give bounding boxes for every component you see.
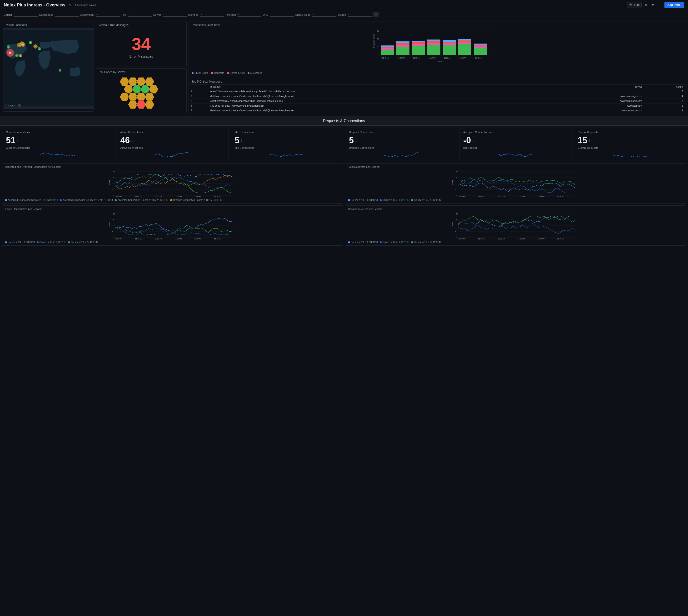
row-message: database connection error: Can't connect… — [209, 108, 546, 113]
svg-text:11:40 AM: 11:40 AM — [557, 196, 564, 198]
stat-sparkline — [463, 151, 567, 158]
clock-icon: ⏱ — [629, 3, 632, 7]
svg-text:11:40 AM: 11:40 AM — [214, 196, 221, 198]
legend-item: Source = 10.211.11:9113 — [380, 241, 409, 243]
down-arrow-icon: ↓ — [588, 138, 590, 143]
svg-text:2: 2 — [20, 55, 21, 57]
add-filter-button[interactable]: + — [373, 12, 379, 17]
filter-icon[interactable]: ▼ — [650, 2, 655, 8]
svg-rect-65 — [443, 42, 456, 43]
row-message: database connection error: Can't connect… — [209, 94, 546, 99]
method-input[interactable] — [238, 13, 261, 17]
legend-item: Source = 10.156.98:9113 — [348, 241, 378, 243]
url-input[interactable] — [270, 13, 294, 17]
legend-label: Source = 10.5.22.12:9113 — [414, 241, 442, 243]
svg-text:5: 5 — [113, 177, 114, 178]
source-filter: Source — [338, 12, 372, 17]
critical-errors-panel: Critical Error Messages 34 Error Message… — [96, 21, 187, 66]
stat-value: -0↓ — [463, 135, 567, 146]
svg-rect-61 — [427, 41, 440, 43]
edit-icon[interactable]: ✎ — [68, 2, 72, 8]
table-row: 5 database connection error: Can't conne… — [189, 108, 685, 113]
chart-panel: Sessions Reuses per Second 10 5 0 -5 -10… — [345, 205, 686, 246]
stat-title: Dropped Connections — [349, 131, 453, 134]
svg-text:11:30 AM: 11:30 AM — [194, 196, 202, 198]
status-code-input[interactable] — [312, 13, 336, 17]
svg-rect-55 — [412, 46, 425, 55]
add-panel-button[interactable]: Add Panel — [664, 2, 684, 8]
svg-text:11:20 AM: 11:20 AM — [175, 196, 182, 198]
cluster-filter: Cluster — [4, 12, 38, 17]
stat-sublabel: Active Connections — [120, 146, 224, 149]
chart-legend: Source = 10.156.98:9113 Source = 10.211.… — [348, 241, 683, 243]
svg-text:Count: Count — [109, 180, 110, 185]
stat-value: 51↓ — [6, 135, 110, 146]
visitor-locations-title: Visitor Locations — [3, 21, 93, 28]
svg-rect-67 — [458, 44, 471, 55]
svg-text:11:10 AM: 11:10 AM — [155, 196, 162, 198]
visitor-locations-panel: Visitor Locations 85 — [3, 21, 94, 112]
legend-dot-redirects — [211, 72, 213, 74]
legend-redirects: Redirects — [211, 72, 224, 74]
responses-svg: 60 40 20 0 Requests Count — [191, 29, 683, 67]
deployment-input[interactable] — [96, 13, 120, 17]
chart-area: 10 5 0 -5 -10 Count 10:50 AM11:00 AM11:1… — [5, 169, 340, 198]
svg-rect-71 — [474, 48, 487, 55]
stat-card: Idle Connections 5↓ Idle Connections — [231, 128, 343, 161]
client-ip-input[interactable] — [200, 13, 224, 17]
chart-area: 10 5 0 -5 -10 Count 10:50 AM11:00 AM11:1… — [348, 169, 683, 198]
stat-sublabel: Current Requests — [578, 146, 682, 149]
svg-text:11:30 AM: 11:30 AM — [538, 196, 545, 198]
chart-area: 10 5 0 -5 -10 Count 10:50 AM11:00 AM11:1… — [348, 211, 683, 240]
namespace-label: Namespace — [39, 13, 53, 16]
svg-marker-37 — [145, 100, 154, 109]
time-control[interactable]: ⏱ -60m — [627, 2, 642, 8]
svg-text:0: 0 — [456, 225, 457, 226]
down-arrow-icon: ↓ — [472, 138, 474, 143]
svg-rect-57 — [412, 42, 425, 44]
svg-rect-49 — [381, 47, 394, 48]
more-icon[interactable]: ⋮ — [657, 2, 663, 8]
namespace-input[interactable] — [55, 13, 79, 17]
pod-input[interactable] — [128, 13, 152, 17]
server-input[interactable] — [163, 13, 187, 17]
svg-text:11:40 AM: 11:40 AM — [557, 238, 564, 240]
svg-text:-10: -10 — [111, 195, 113, 196]
svg-rect-59 — [427, 45, 440, 55]
stat-sparkline — [6, 151, 110, 158]
svg-marker-25 — [136, 78, 146, 86]
svg-text:5: 5 — [456, 219, 457, 221]
svg-text:40: 40 — [22, 44, 24, 46]
map-container: 85 19 47 40 4 28 9 3 2 6 — [3, 28, 93, 109]
row-id: 1 — [189, 89, 209, 94]
legend-item: Accepted Connection Source = 10.211.11:9… — [60, 199, 113, 201]
critical-label: Error Messages — [129, 54, 153, 58]
svg-text:1: 1 — [60, 70, 61, 71]
legend-dot-client — [192, 72, 194, 74]
header-left: Nginx Plus Ingress - Overview ✎ All chan… — [4, 2, 96, 8]
status-code-filter: Status_Code — [295, 12, 336, 17]
chart-panel: Accepted and Dropped Connections per Sec… — [2, 163, 343, 203]
status-code-label: Status_Code — [295, 13, 310, 16]
stat-card: Active Connections 46↓ Active Connection… — [116, 128, 229, 161]
svg-text:5: 5 — [456, 177, 457, 178]
svg-text:10:50 AM: 10:50 AM — [397, 57, 405, 59]
legend-item: Source = 10.5.22.12:9113 — [68, 241, 98, 243]
down-arrow-icon: ↓ — [240, 138, 243, 143]
svg-marker-26 — [145, 78, 154, 86]
svg-text:11:20 AM: 11:20 AM — [518, 238, 525, 240]
stat-sparkline — [349, 151, 453, 158]
svg-text:-5: -5 — [455, 231, 456, 233]
legend-server-errors: Server_Errors — [227, 72, 245, 74]
col-message: message — [209, 85, 546, 89]
top-messages-title: Top 5 Critical Messages — [189, 78, 685, 85]
source-input[interactable] — [348, 13, 372, 17]
legend-item: Source = 10.5.22.12:9113 — [411, 241, 442, 243]
cluster-input[interactable] — [14, 13, 38, 17]
legend-dot — [411, 241, 413, 243]
info-icon: ℹ — [18, 104, 21, 107]
svg-marker-24 — [128, 78, 137, 86]
critical-count: 34 — [132, 36, 151, 52]
svg-text:4: 4 — [30, 42, 31, 44]
refresh-icon[interactable]: ↻ — [644, 2, 648, 8]
